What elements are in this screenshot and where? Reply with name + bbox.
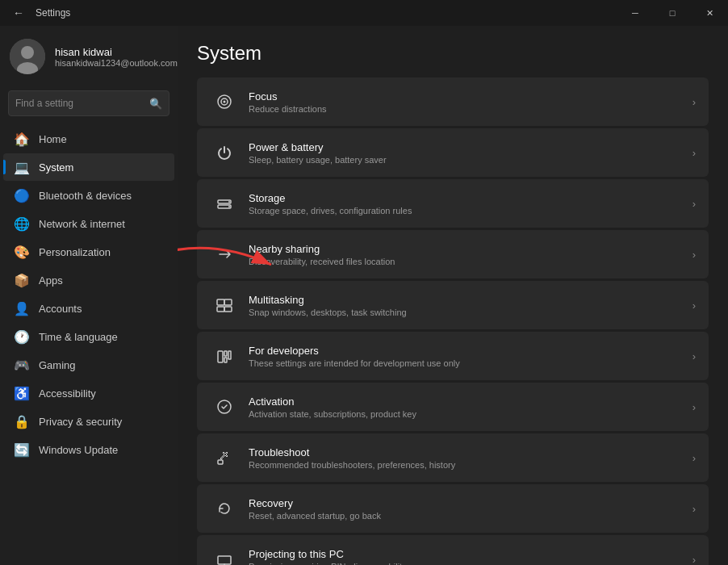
home-icon: 🏠 <box>15 132 29 146</box>
apps-label: Apps <box>39 274 63 287</box>
close-button[interactable]: ✕ <box>691 0 728 26</box>
svg-rect-18 <box>228 351 231 359</box>
nearby-chevron: › <box>692 249 696 261</box>
sidebar-item-accessibility[interactable]: ♿ Accessibility <box>3 379 174 407</box>
search-icon: 🔍 <box>149 98 162 110</box>
sidebar-item-privacy[interactable]: 🔒 Privacy & security <box>3 408 174 435</box>
user-profile[interactable]: hisan kidwai hisankidwai1234@outlook.com <box>0 26 178 87</box>
privacy-label: Privacy & security <box>39 416 122 428</box>
settings-item-storage[interactable]: Storage Storage space, drives, configura… <box>197 179 709 228</box>
storage-text: Storage Storage space, drives, configura… <box>239 192 692 216</box>
sidebar: hisan kidwai hisankidwai1234@outlook.com… <box>0 26 178 565</box>
troubleshoot-title: Troubleshoot <box>249 446 683 458</box>
sidebar-item-accounts[interactable]: 👤 Accounts <box>3 295 174 322</box>
home-label: Home <box>39 133 67 145</box>
titlebar: ← Settings ─ □ ✕ <box>0 0 728 26</box>
developers-title: For developers <box>249 345 683 357</box>
developers-icon <box>210 341 239 370</box>
settings-item-power[interactable]: Power & battery Sleep, battery usage, ba… <box>197 128 709 177</box>
update-icon: 🔄 <box>15 442 29 457</box>
settings-item-nearby[interactable]: Nearby sharing Discoverability, received… <box>197 230 709 278</box>
page-title: System <box>197 42 709 65</box>
settings-item-focus[interactable]: Focus Reduce distractions › <box>197 77 709 126</box>
svg-rect-17 <box>224 358 227 362</box>
sidebar-item-time[interactable]: 🕐 Time & language <box>3 323 174 350</box>
troubleshoot-desc: Recommended troubleshooters, preferences… <box>249 460 683 470</box>
sidebar-item-update[interactable]: 🔄 Windows Update <box>3 436 174 463</box>
svg-rect-11 <box>217 299 224 305</box>
recovery-title: Recovery <box>249 497 683 509</box>
titlebar-controls: ─ □ ✕ <box>617 0 728 26</box>
storage-chevron: › <box>692 198 696 210</box>
power-title: Power & battery <box>249 141 683 153</box>
projecting-text: Projecting to this PC Permissions, pairi… <box>239 548 692 566</box>
svg-rect-21 <box>218 556 231 564</box>
developers-desc: These settings are intended for developm… <box>249 358 683 368</box>
accessibility-icon: ♿ <box>15 386 29 400</box>
network-label: Network & internet <box>39 218 125 230</box>
activation-icon <box>210 392 239 421</box>
gaming-icon: 🎮 <box>15 358 29 372</box>
svg-rect-16 <box>224 351 227 356</box>
settings-item-recovery[interactable]: Recovery Reset, advanced startup, go bac… <box>197 484 709 533</box>
svg-point-10 <box>228 206 230 207</box>
svg-rect-20 <box>218 460 223 464</box>
sidebar-item-bluetooth[interactable]: 🔵 Bluetooth & devices <box>3 182 174 209</box>
activation-desc: Activation state, subscriptions, product… <box>249 409 683 419</box>
sidebar-item-gaming[interactable]: 🎮 Gaming <box>3 351 174 379</box>
settings-item-developers[interactable]: For developers These settings are intend… <box>197 332 709 380</box>
sidebar-item-personalization[interactable]: 🎨 Personalization <box>3 238 174 266</box>
update-label: Windows Update <box>39 444 118 456</box>
multitasking-chevron: › <box>692 299 696 312</box>
storage-desc: Storage space, drives, configuration rul… <box>249 206 683 216</box>
accounts-label: Accounts <box>39 303 82 315</box>
time-label: Time & language <box>39 331 118 343</box>
troubleshoot-chevron: › <box>692 452 696 464</box>
minimize-button[interactable]: ─ <box>617 0 654 26</box>
sidebar-item-home[interactable]: 🏠 Home <box>3 125 174 153</box>
troubleshoot-text: Troubleshoot Recommended troubleshooters… <box>239 446 692 470</box>
personalization-label: Personalization <box>39 246 111 258</box>
focus-chevron: › <box>692 96 696 108</box>
settings-item-projecting[interactable]: Projecting to this PC Permissions, pairi… <box>197 535 709 565</box>
activation-text: Activation Activation state, subscriptio… <box>239 396 692 419</box>
projecting-title: Projecting to this PC <box>249 548 683 560</box>
accessibility-label: Accessibility <box>39 387 96 400</box>
app-body: hisan kidwai hisankidwai1234@outlook.com… <box>0 26 728 565</box>
time-icon: 🕐 <box>15 329 29 344</box>
power-icon <box>210 138 239 167</box>
nearby-title: Nearby sharing <box>249 243 683 255</box>
power-text: Power & battery Sleep, battery usage, ba… <box>239 141 692 165</box>
system-label: System <box>39 161 73 174</box>
sidebar-item-system[interactable]: 💻 System <box>3 153 174 181</box>
svg-rect-15 <box>218 351 223 362</box>
storage-icon <box>210 189 239 218</box>
power-desc: Sleep, battery usage, battery saver <box>249 155 683 165</box>
multitasking-title: Multitasking <box>249 294 683 306</box>
storage-title: Storage <box>249 192 683 204</box>
bluetooth-icon: 🔵 <box>15 188 29 203</box>
titlebar-title: Settings <box>36 7 70 19</box>
content-wrapper: System Focus Reduce distractions › <box>197 42 709 565</box>
back-button[interactable]: ← <box>10 6 27 19</box>
settings-item-multitasking[interactable]: Multitasking Snap windows, desktops, tas… <box>197 281 709 329</box>
developers-chevron: › <box>692 350 696 362</box>
nearby-desc: Discoverability, received files location <box>249 257 683 266</box>
sidebar-item-apps[interactable]: 📦 Apps <box>3 266 174 294</box>
user-email: hisankidwai1234@outlook.com <box>55 58 178 68</box>
recovery-icon <box>210 494 239 523</box>
projecting-icon <box>210 545 239 565</box>
sidebar-item-network[interactable]: 🌐 Network & internet <box>3 210 174 237</box>
search-box[interactable]: 🔍 <box>8 90 169 116</box>
main-content: System Focus Reduce distractions › <box>178 26 728 565</box>
personalization-icon: 🎨 <box>15 245 29 259</box>
user-info: hisan kidwai hisankidwai1234@outlook.com <box>55 46 178 68</box>
maximize-button[interactable]: □ <box>654 0 691 26</box>
privacy-icon: 🔒 <box>15 414 29 429</box>
settings-item-troubleshoot[interactable]: Troubleshoot Recommended troubleshooters… <box>197 433 709 482</box>
search-input[interactable] <box>15 98 149 109</box>
settings-item-activation[interactable]: Activation Activation state, subscriptio… <box>197 383 709 431</box>
focus-icon <box>210 87 239 116</box>
avatar <box>10 39 45 74</box>
nearby-text: Nearby sharing Discoverability, received… <box>239 243 692 266</box>
